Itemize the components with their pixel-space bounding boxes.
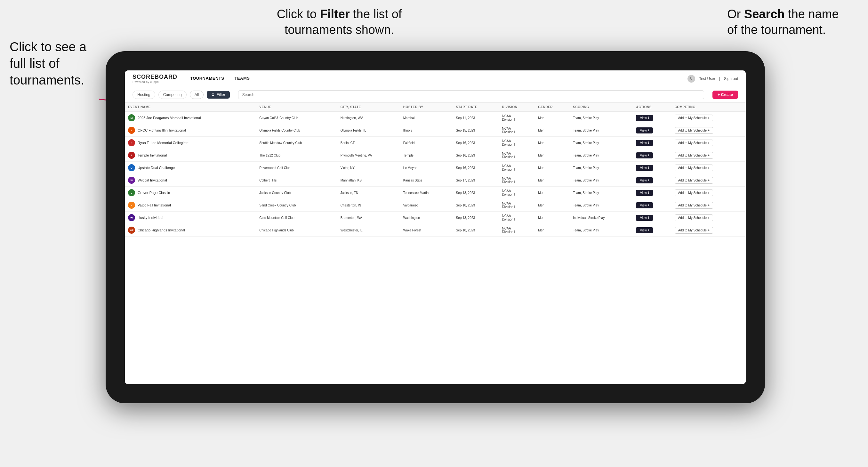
event-name-cell-4: U Upstate Dual Challenge xyxy=(125,162,256,174)
col-header-start-date: START DATE xyxy=(453,103,499,112)
view-button[interactable]: View ℹ xyxy=(636,152,653,158)
actions-cell: View ℹ xyxy=(633,137,671,149)
actions-cell: View ℹ xyxy=(633,224,671,237)
event-name-cell-8: W Husky Individual xyxy=(125,212,256,224)
actions-cell: View ℹ xyxy=(633,149,671,162)
create-button[interactable]: + Create xyxy=(712,91,738,99)
scoring-cell: Team, Stroke Play xyxy=(570,199,633,212)
division-cell: NCAADivision I xyxy=(499,224,535,237)
gender-cell: Men xyxy=(535,149,570,162)
filter-button[interactable]: ⚙ Filter xyxy=(207,91,230,99)
competing-tab[interactable]: Competing xyxy=(158,91,187,99)
competing-cell: Add to My Schedule + xyxy=(672,137,746,149)
hosted-by-cell: Fairfield xyxy=(400,137,453,149)
col-header-city--state: CITY, STATE xyxy=(337,103,400,112)
view-button[interactable]: View ℹ xyxy=(636,215,653,221)
hosted-by-cell: Washington xyxy=(400,212,453,224)
event-name-cell-1: I OFCC Fighting Illini Invitational xyxy=(125,124,256,137)
competing-cell: Add to My Schedule + xyxy=(672,162,746,174)
actions-cell: View ℹ xyxy=(633,124,671,137)
add-schedule-button[interactable]: Add to My Schedule + xyxy=(675,152,713,159)
actions-cell: View ℹ xyxy=(633,212,671,224)
col-header-actions: ACTIONS xyxy=(633,103,671,112)
scoring-cell: Team, Stroke Play xyxy=(570,149,633,162)
event-name-text: Upstate Dual Challenge xyxy=(137,166,175,169)
scoring-cell: Team, Stroke Play xyxy=(570,162,633,174)
division-cell: NCAADivision I xyxy=(499,112,535,124)
city-cell: Olympia Fields, IL xyxy=(337,124,400,137)
col-header-hosted-by: HOSTED BY xyxy=(400,103,453,112)
view-button[interactable]: View ℹ xyxy=(636,127,653,133)
venue-cell: Colbert Hills xyxy=(256,174,337,187)
add-schedule-button[interactable]: Add to My Schedule + xyxy=(675,189,713,196)
nav-links: TOURNAMENTS TEAMS xyxy=(190,76,687,81)
division-cell: NCAADivision I xyxy=(499,199,535,212)
gender-cell: Men xyxy=(535,187,570,199)
venue-cell: The 1912 Club xyxy=(256,149,337,162)
competing-cell: Add to My Schedule + xyxy=(672,187,746,199)
user-avatar: U xyxy=(687,75,695,83)
competing-cell: Add to My Schedule + xyxy=(672,199,746,212)
division-cell: NCAADivision I xyxy=(499,212,535,224)
filter-icon: ⚙ xyxy=(211,93,215,97)
scoring-cell: Team, Stroke Play xyxy=(570,124,633,137)
add-schedule-button[interactable]: Add to My Schedule + xyxy=(675,227,713,234)
tablet-frame: SCOREBOARD Powered by clippd TOURNAMENTS… xyxy=(105,51,765,403)
team-logo: I xyxy=(128,127,135,134)
city-cell: Victor, NY xyxy=(337,162,400,174)
scoring-cell: Team, Stroke Play xyxy=(570,137,633,149)
all-tab[interactable]: All xyxy=(190,91,204,99)
search-input[interactable] xyxy=(238,90,705,99)
actions-cell: View ℹ xyxy=(633,112,671,124)
event-name-text: 2023 Joe Feaganes Marshall Invitational xyxy=(137,116,201,120)
city-cell: Manhattan, KS xyxy=(337,174,400,187)
add-schedule-button[interactable]: Add to My Schedule + xyxy=(675,115,713,121)
view-button[interactable]: View ℹ xyxy=(636,140,653,146)
add-schedule-button[interactable]: Add to My Schedule + xyxy=(675,214,713,221)
view-button[interactable]: View ℹ xyxy=(636,115,653,121)
view-button[interactable]: View ℹ xyxy=(636,202,653,208)
view-button[interactable]: View ℹ xyxy=(636,165,653,171)
team-logo: W xyxy=(128,177,135,184)
filter-bar: Hosting Competing All ⚙ Filter + Create xyxy=(125,87,746,103)
add-schedule-button[interactable]: Add to My Schedule + xyxy=(675,164,713,171)
event-name-text: OFCC Fighting Illini Invitational xyxy=(137,128,186,132)
view-button[interactable]: View ℹ xyxy=(636,227,653,234)
actions-cell: View ℹ xyxy=(633,162,671,174)
table-row: W Husky Individual Gold Mountain Golf Cl… xyxy=(125,212,746,224)
table-row: V Valpo Fall Invitational Sand Creek Cou… xyxy=(125,199,746,212)
scoring-cell: Team, Stroke Play xyxy=(570,174,633,187)
hosted-by-cell: Temple xyxy=(400,149,453,162)
start-date-cell: Sep 18, 2023 xyxy=(453,187,499,199)
add-schedule-button[interactable]: Add to My Schedule + xyxy=(675,127,713,134)
scoring-cell: Team, Stroke Play xyxy=(570,187,633,199)
col-header-division: DIVISION xyxy=(499,103,535,112)
event-name-text: Husky Individual xyxy=(137,216,163,220)
col-header-scoring: SCORING xyxy=(570,103,633,112)
event-name-cell-2: F Ryan T. Lee Memorial Collegiate xyxy=(125,137,256,149)
logo-area: SCOREBOARD Powered by clippd xyxy=(132,73,177,84)
hosting-tab[interactable]: Hosting xyxy=(132,91,155,99)
event-name-cell-6: V Grover Page Classic xyxy=(125,187,256,199)
add-schedule-button[interactable]: Add to My Schedule + xyxy=(675,139,713,146)
top-nav: SCOREBOARD Powered by clippd TOURNAMENTS… xyxy=(125,70,746,87)
nav-tournaments[interactable]: TOURNAMENTS xyxy=(190,76,224,81)
view-button[interactable]: View ℹ xyxy=(636,177,653,183)
add-schedule-button[interactable]: Add to My Schedule + xyxy=(675,202,713,209)
col-header-event-name: EVENT NAME xyxy=(125,103,256,112)
user-name: Test User xyxy=(699,76,715,81)
logo-text: SCOREBOARD xyxy=(132,73,177,80)
start-date-cell: Sep 18, 2023 xyxy=(453,199,499,212)
sign-out-link[interactable]: Sign out xyxy=(724,76,738,81)
table-container[interactable]: EVENT NAMEVENUECITY, STATEHOSTED BYSTART… xyxy=(125,103,746,384)
start-date-cell: Sep 15, 2023 xyxy=(453,124,499,137)
col-header-venue: VENUE xyxy=(256,103,337,112)
division-cell: NCAADivision I xyxy=(499,137,535,149)
nav-teams[interactable]: TEAMS xyxy=(234,76,250,81)
scoring-cell: Team, Stroke Play xyxy=(570,224,633,237)
view-button[interactable]: View ℹ xyxy=(636,190,653,196)
annotation-left: Click to see a full list of tournaments. xyxy=(9,38,99,88)
add-schedule-button[interactable]: Add to My Schedule + xyxy=(675,177,713,184)
tournaments-table: EVENT NAMEVENUECITY, STATEHOSTED BYSTART… xyxy=(125,103,746,237)
annotation-top-right: Or Search the name of the tournament. xyxy=(727,6,849,38)
